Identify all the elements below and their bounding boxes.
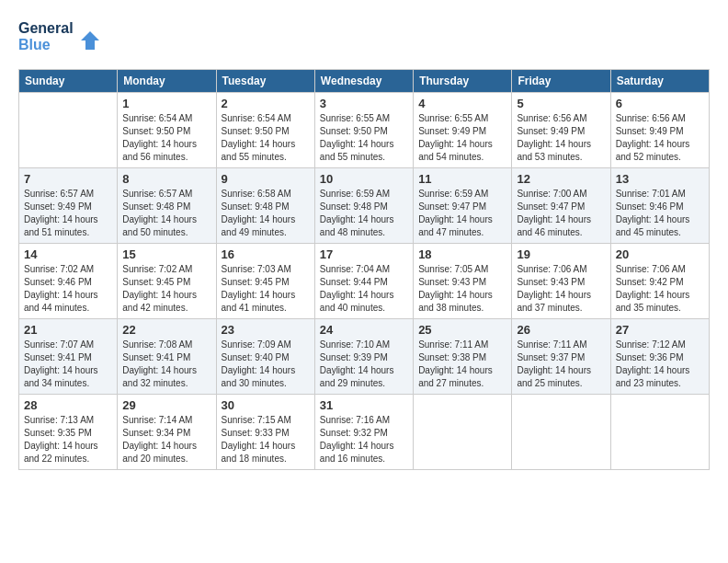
day-info: Sunrise: 7:14 AM Sunset: 9:34 PM Dayligh… — [122, 414, 210, 465]
day-number: 4 — [418, 97, 506, 110]
calendar-cell: 25Sunrise: 7:11 AM Sunset: 9:38 PM Dayli… — [414, 319, 512, 395]
day-info: Sunrise: 7:15 AM Sunset: 9:33 PM Dayligh… — [222, 414, 310, 465]
day-info: Sunrise: 6:55 AM Sunset: 9:49 PM Dayligh… — [418, 112, 506, 164]
calendar-week-2: 14Sunrise: 7:02 AM Sunset: 9:46 PM Dayli… — [19, 244, 710, 319]
calendar-cell: 12Sunrise: 7:00 AM Sunset: 9:47 PM Dayli… — [512, 168, 610, 244]
day-number: 27 — [616, 323, 704, 337]
calendar-cell: 15Sunrise: 7:02 AM Sunset: 9:45 PM Dayli… — [118, 244, 216, 319]
day-info: Sunrise: 7:02 AM Sunset: 9:46 PM Dayligh… — [24, 263, 112, 315]
calendar-week-0: 1Sunrise: 6:54 AM Sunset: 9:50 PM Daylig… — [19, 93, 710, 168]
page-container: General Blue SundayMondayTuesdayWednesda… — [0, 0, 728, 485]
day-info: Sunrise: 6:57 AM Sunset: 9:48 PM Dayligh… — [122, 188, 210, 239]
day-number: 21 — [24, 323, 112, 337]
calendar-body: 1Sunrise: 6:54 AM Sunset: 9:50 PM Daylig… — [19, 93, 710, 470]
weekday-header-wednesday: Wednesday — [314, 70, 413, 93]
calendar-cell — [512, 395, 610, 470]
day-info: Sunrise: 7:06 AM Sunset: 9:43 PM Dayligh… — [517, 263, 605, 315]
calendar-cell — [414, 395, 512, 470]
day-number: 11 — [418, 172, 506, 186]
calendar-cell — [610, 395, 709, 470]
day-number: 10 — [320, 172, 408, 186]
day-info: Sunrise: 7:11 AM Sunset: 9:38 PM Dayligh… — [418, 339, 506, 390]
day-info: Sunrise: 7:02 AM Sunset: 9:45 PM Dayligh… — [122, 263, 210, 315]
day-number: 8 — [122, 172, 210, 186]
day-number: 3 — [320, 97, 408, 110]
day-info: Sunrise: 7:04 AM Sunset: 9:44 PM Dayligh… — [320, 263, 408, 315]
day-number: 1 — [122, 97, 210, 110]
day-number: 29 — [122, 398, 210, 412]
calendar-header-row: SundayMondayTuesdayWednesdayThursdayFrid… — [19, 70, 710, 93]
calendar-cell: 31Sunrise: 7:16 AM Sunset: 9:32 PM Dayli… — [314, 395, 413, 470]
day-number: 17 — [320, 247, 408, 261]
calendar-week-4: 28Sunrise: 7:13 AM Sunset: 9:35 PM Dayli… — [19, 395, 710, 470]
day-number: 20 — [616, 247, 704, 261]
header: General Blue — [18, 15, 710, 60]
calendar-cell: 11Sunrise: 6:59 AM Sunset: 9:47 PM Dayli… — [414, 168, 512, 244]
calendar-week-1: 7Sunrise: 6:57 AM Sunset: 9:49 PM Daylig… — [19, 168, 710, 244]
calendar-cell: 24Sunrise: 7:10 AM Sunset: 9:39 PM Dayli… — [314, 319, 413, 395]
day-info: Sunrise: 7:12 AM Sunset: 9:36 PM Dayligh… — [616, 339, 704, 390]
calendar-cell: 22Sunrise: 7:08 AM Sunset: 9:41 PM Dayli… — [118, 319, 216, 395]
day-info: Sunrise: 7:11 AM Sunset: 9:37 PM Dayligh… — [517, 339, 605, 390]
day-info: Sunrise: 6:55 AM Sunset: 9:50 PM Dayligh… — [320, 112, 408, 164]
day-info: Sunrise: 7:13 AM Sunset: 9:35 PM Dayligh… — [24, 414, 112, 465]
calendar-cell: 27Sunrise: 7:12 AM Sunset: 9:36 PM Dayli… — [610, 319, 709, 395]
day-number: 18 — [418, 247, 506, 261]
calendar-cell: 19Sunrise: 7:06 AM Sunset: 9:43 PM Dayli… — [512, 244, 610, 319]
day-number: 16 — [222, 247, 310, 261]
svg-text:Blue: Blue — [18, 37, 51, 52]
calendar-cell: 20Sunrise: 7:06 AM Sunset: 9:42 PM Dayli… — [610, 244, 709, 319]
calendar-cell: 17Sunrise: 7:04 AM Sunset: 9:44 PM Dayli… — [314, 244, 413, 319]
calendar-cell: 16Sunrise: 7:03 AM Sunset: 9:45 PM Dayli… — [216, 244, 314, 319]
calendar-table: SundayMondayTuesdayWednesdayThursdayFrid… — [18, 69, 710, 470]
day-info: Sunrise: 7:08 AM Sunset: 9:41 PM Dayligh… — [122, 339, 210, 390]
day-number: 25 — [418, 323, 506, 337]
day-info: Sunrise: 7:06 AM Sunset: 9:42 PM Dayligh… — [616, 263, 704, 315]
calendar-cell: 3Sunrise: 6:55 AM Sunset: 9:50 PM Daylig… — [314, 93, 413, 168]
calendar-cell: 2Sunrise: 6:54 AM Sunset: 9:50 PM Daylig… — [216, 93, 314, 168]
day-number: 23 — [222, 323, 310, 337]
calendar-cell: 9Sunrise: 6:58 AM Sunset: 9:48 PM Daylig… — [216, 168, 314, 244]
day-info: Sunrise: 7:03 AM Sunset: 9:45 PM Dayligh… — [222, 263, 310, 315]
calendar-cell: 28Sunrise: 7:13 AM Sunset: 9:35 PM Dayli… — [19, 395, 118, 470]
day-number: 6 — [616, 97, 704, 110]
calendar-cell: 13Sunrise: 7:01 AM Sunset: 9:46 PM Dayli… — [610, 168, 709, 244]
weekday-header-monday: Monday — [118, 70, 216, 93]
logo-text: General Blue — [18, 15, 110, 60]
day-number: 9 — [222, 172, 310, 186]
svg-marker-2 — [81, 31, 99, 50]
day-info: Sunrise: 6:58 AM Sunset: 9:48 PM Dayligh… — [222, 188, 310, 239]
calendar-cell: 30Sunrise: 7:15 AM Sunset: 9:33 PM Dayli… — [216, 395, 314, 470]
day-number: 26 — [517, 323, 605, 337]
calendar-cell: 6Sunrise: 6:56 AM Sunset: 9:49 PM Daylig… — [610, 93, 709, 168]
weekday-header-tuesday: Tuesday — [216, 70, 314, 93]
calendar-cell: 29Sunrise: 7:14 AM Sunset: 9:34 PM Dayli… — [118, 395, 216, 470]
day-info: Sunrise: 6:57 AM Sunset: 9:49 PM Dayligh… — [24, 188, 112, 239]
day-number: 7 — [24, 172, 112, 186]
day-number: 28 — [24, 398, 112, 412]
weekday-header-thursday: Thursday — [414, 70, 512, 93]
day-info: Sunrise: 6:54 AM Sunset: 9:50 PM Dayligh… — [122, 112, 210, 164]
day-number: 13 — [616, 172, 704, 186]
calendar-cell: 5Sunrise: 6:56 AM Sunset: 9:49 PM Daylig… — [512, 93, 610, 168]
day-info: Sunrise: 7:09 AM Sunset: 9:40 PM Dayligh… — [222, 339, 310, 390]
day-number: 12 — [517, 172, 605, 186]
day-number: 2 — [222, 97, 310, 110]
calendar-cell: 4Sunrise: 6:55 AM Sunset: 9:49 PM Daylig… — [414, 93, 512, 168]
day-number: 22 — [122, 323, 210, 337]
day-info: Sunrise: 7:07 AM Sunset: 9:41 PM Dayligh… — [24, 339, 112, 390]
calendar-cell: 26Sunrise: 7:11 AM Sunset: 9:37 PM Dayli… — [512, 319, 610, 395]
calendar-cell: 10Sunrise: 6:59 AM Sunset: 9:48 PM Dayli… — [314, 168, 413, 244]
day-info: Sunrise: 6:59 AM Sunset: 9:47 PM Dayligh… — [418, 188, 506, 239]
day-info: Sunrise: 6:56 AM Sunset: 9:49 PM Dayligh… — [517, 112, 605, 164]
day-info: Sunrise: 6:59 AM Sunset: 9:48 PM Dayligh… — [320, 188, 408, 239]
day-info: Sunrise: 6:56 AM Sunset: 9:49 PM Dayligh… — [616, 112, 704, 164]
calendar-cell: 7Sunrise: 6:57 AM Sunset: 9:49 PM Daylig… — [19, 168, 118, 244]
day-number: 31 — [320, 398, 408, 412]
calendar-cell: 1Sunrise: 6:54 AM Sunset: 9:50 PM Daylig… — [118, 93, 216, 168]
weekday-header-friday: Friday — [512, 70, 610, 93]
svg-text:General: General — [18, 20, 74, 36]
day-info: Sunrise: 7:16 AM Sunset: 9:32 PM Dayligh… — [320, 414, 408, 465]
day-info: Sunrise: 7:00 AM Sunset: 9:47 PM Dayligh… — [517, 188, 605, 239]
calendar-cell: 8Sunrise: 6:57 AM Sunset: 9:48 PM Daylig… — [118, 168, 216, 244]
